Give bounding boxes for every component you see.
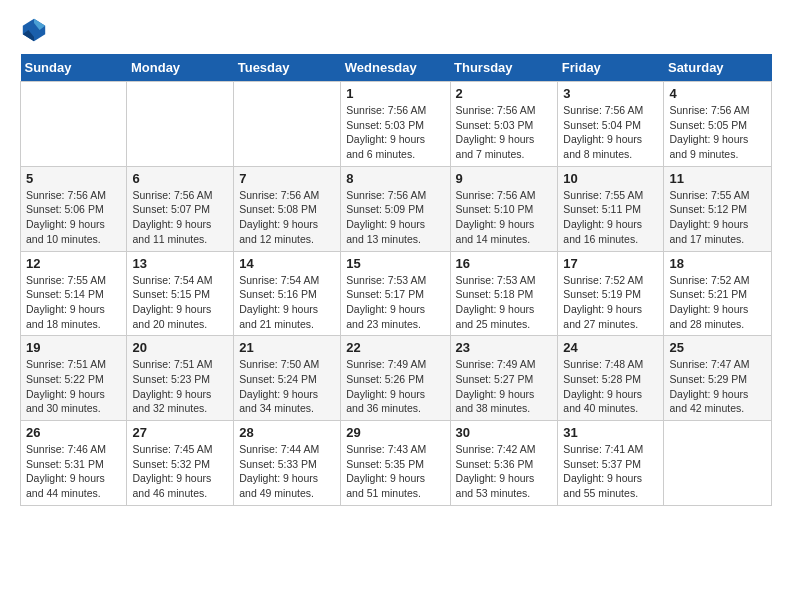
day-number: 25 bbox=[669, 340, 766, 355]
day-cell: 18Sunrise: 7:52 AM Sunset: 5:21 PM Dayli… bbox=[664, 251, 772, 336]
header-cell-saturday: Saturday bbox=[664, 54, 772, 82]
day-info: Sunrise: 7:56 AM Sunset: 5:09 PM Dayligh… bbox=[346, 188, 444, 247]
day-number: 31 bbox=[563, 425, 658, 440]
page: SundayMondayTuesdayWednesdayThursdayFrid… bbox=[0, 0, 792, 516]
day-cell: 21Sunrise: 7:50 AM Sunset: 5:24 PM Dayli… bbox=[234, 336, 341, 421]
day-cell: 19Sunrise: 7:51 AM Sunset: 5:22 PM Dayli… bbox=[21, 336, 127, 421]
day-number: 13 bbox=[132, 256, 228, 271]
day-info: Sunrise: 7:56 AM Sunset: 5:04 PM Dayligh… bbox=[563, 103, 658, 162]
day-number: 19 bbox=[26, 340, 121, 355]
day-info: Sunrise: 7:50 AM Sunset: 5:24 PM Dayligh… bbox=[239, 357, 335, 416]
day-cell bbox=[127, 82, 234, 167]
day-info: Sunrise: 7:48 AM Sunset: 5:28 PM Dayligh… bbox=[563, 357, 658, 416]
day-cell: 14Sunrise: 7:54 AM Sunset: 5:16 PM Dayli… bbox=[234, 251, 341, 336]
day-cell: 7Sunrise: 7:56 AM Sunset: 5:08 PM Daylig… bbox=[234, 166, 341, 251]
day-cell: 20Sunrise: 7:51 AM Sunset: 5:23 PM Dayli… bbox=[127, 336, 234, 421]
day-cell: 22Sunrise: 7:49 AM Sunset: 5:26 PM Dayli… bbox=[341, 336, 450, 421]
header bbox=[20, 16, 772, 44]
calendar-header: SundayMondayTuesdayWednesdayThursdayFrid… bbox=[21, 54, 772, 82]
day-cell bbox=[234, 82, 341, 167]
week-row-1: 1Sunrise: 7:56 AM Sunset: 5:03 PM Daylig… bbox=[21, 82, 772, 167]
day-cell: 16Sunrise: 7:53 AM Sunset: 5:18 PM Dayli… bbox=[450, 251, 558, 336]
day-number: 1 bbox=[346, 86, 444, 101]
logo-icon bbox=[20, 16, 48, 44]
day-number: 4 bbox=[669, 86, 766, 101]
day-info: Sunrise: 7:56 AM Sunset: 5:05 PM Dayligh… bbox=[669, 103, 766, 162]
header-cell-sunday: Sunday bbox=[21, 54, 127, 82]
day-number: 7 bbox=[239, 171, 335, 186]
day-info: Sunrise: 7:56 AM Sunset: 5:10 PM Dayligh… bbox=[456, 188, 553, 247]
day-cell: 17Sunrise: 7:52 AM Sunset: 5:19 PM Dayli… bbox=[558, 251, 664, 336]
day-cell: 31Sunrise: 7:41 AM Sunset: 5:37 PM Dayli… bbox=[558, 421, 664, 506]
day-cell: 10Sunrise: 7:55 AM Sunset: 5:11 PM Dayli… bbox=[558, 166, 664, 251]
day-info: Sunrise: 7:51 AM Sunset: 5:23 PM Dayligh… bbox=[132, 357, 228, 416]
day-cell bbox=[21, 82, 127, 167]
day-cell: 13Sunrise: 7:54 AM Sunset: 5:15 PM Dayli… bbox=[127, 251, 234, 336]
day-info: Sunrise: 7:52 AM Sunset: 5:21 PM Dayligh… bbox=[669, 273, 766, 332]
header-row: SundayMondayTuesdayWednesdayThursdayFrid… bbox=[21, 54, 772, 82]
day-info: Sunrise: 7:54 AM Sunset: 5:15 PM Dayligh… bbox=[132, 273, 228, 332]
header-cell-thursday: Thursday bbox=[450, 54, 558, 82]
day-number: 27 bbox=[132, 425, 228, 440]
header-cell-tuesday: Tuesday bbox=[234, 54, 341, 82]
day-cell: 2Sunrise: 7:56 AM Sunset: 5:03 PM Daylig… bbox=[450, 82, 558, 167]
day-number: 23 bbox=[456, 340, 553, 355]
day-info: Sunrise: 7:53 AM Sunset: 5:17 PM Dayligh… bbox=[346, 273, 444, 332]
day-cell: 3Sunrise: 7:56 AM Sunset: 5:04 PM Daylig… bbox=[558, 82, 664, 167]
day-info: Sunrise: 7:55 AM Sunset: 5:11 PM Dayligh… bbox=[563, 188, 658, 247]
day-cell: 30Sunrise: 7:42 AM Sunset: 5:36 PM Dayli… bbox=[450, 421, 558, 506]
week-row-2: 5Sunrise: 7:56 AM Sunset: 5:06 PM Daylig… bbox=[21, 166, 772, 251]
day-cell: 27Sunrise: 7:45 AM Sunset: 5:32 PM Dayli… bbox=[127, 421, 234, 506]
day-info: Sunrise: 7:56 AM Sunset: 5:08 PM Dayligh… bbox=[239, 188, 335, 247]
day-cell: 28Sunrise: 7:44 AM Sunset: 5:33 PM Dayli… bbox=[234, 421, 341, 506]
day-number: 6 bbox=[132, 171, 228, 186]
day-number: 21 bbox=[239, 340, 335, 355]
day-cell: 4Sunrise: 7:56 AM Sunset: 5:05 PM Daylig… bbox=[664, 82, 772, 167]
day-number: 12 bbox=[26, 256, 121, 271]
week-row-3: 12Sunrise: 7:55 AM Sunset: 5:14 PM Dayli… bbox=[21, 251, 772, 336]
day-info: Sunrise: 7:43 AM Sunset: 5:35 PM Dayligh… bbox=[346, 442, 444, 501]
day-number: 14 bbox=[239, 256, 335, 271]
day-info: Sunrise: 7:47 AM Sunset: 5:29 PM Dayligh… bbox=[669, 357, 766, 416]
day-number: 15 bbox=[346, 256, 444, 271]
day-number: 29 bbox=[346, 425, 444, 440]
day-info: Sunrise: 7:49 AM Sunset: 5:27 PM Dayligh… bbox=[456, 357, 553, 416]
day-info: Sunrise: 7:56 AM Sunset: 5:03 PM Dayligh… bbox=[456, 103, 553, 162]
day-number: 30 bbox=[456, 425, 553, 440]
day-info: Sunrise: 7:51 AM Sunset: 5:22 PM Dayligh… bbox=[26, 357, 121, 416]
day-info: Sunrise: 7:45 AM Sunset: 5:32 PM Dayligh… bbox=[132, 442, 228, 501]
header-cell-monday: Monday bbox=[127, 54, 234, 82]
day-number: 9 bbox=[456, 171, 553, 186]
day-cell: 15Sunrise: 7:53 AM Sunset: 5:17 PM Dayli… bbox=[341, 251, 450, 336]
day-number: 5 bbox=[26, 171, 121, 186]
day-info: Sunrise: 7:41 AM Sunset: 5:37 PM Dayligh… bbox=[563, 442, 658, 501]
week-row-4: 19Sunrise: 7:51 AM Sunset: 5:22 PM Dayli… bbox=[21, 336, 772, 421]
day-cell: 1Sunrise: 7:56 AM Sunset: 5:03 PM Daylig… bbox=[341, 82, 450, 167]
day-info: Sunrise: 7:56 AM Sunset: 5:07 PM Dayligh… bbox=[132, 188, 228, 247]
day-info: Sunrise: 7:53 AM Sunset: 5:18 PM Dayligh… bbox=[456, 273, 553, 332]
day-number: 20 bbox=[132, 340, 228, 355]
day-info: Sunrise: 7:42 AM Sunset: 5:36 PM Dayligh… bbox=[456, 442, 553, 501]
day-number: 18 bbox=[669, 256, 766, 271]
day-info: Sunrise: 7:56 AM Sunset: 5:06 PM Dayligh… bbox=[26, 188, 121, 247]
day-info: Sunrise: 7:44 AM Sunset: 5:33 PM Dayligh… bbox=[239, 442, 335, 501]
day-cell: 12Sunrise: 7:55 AM Sunset: 5:14 PM Dayli… bbox=[21, 251, 127, 336]
day-number: 28 bbox=[239, 425, 335, 440]
day-cell: 26Sunrise: 7:46 AM Sunset: 5:31 PM Dayli… bbox=[21, 421, 127, 506]
logo bbox=[20, 16, 50, 44]
day-number: 3 bbox=[563, 86, 658, 101]
day-number: 8 bbox=[346, 171, 444, 186]
day-info: Sunrise: 7:49 AM Sunset: 5:26 PM Dayligh… bbox=[346, 357, 444, 416]
day-number: 26 bbox=[26, 425, 121, 440]
day-number: 17 bbox=[563, 256, 658, 271]
day-cell: 9Sunrise: 7:56 AM Sunset: 5:10 PM Daylig… bbox=[450, 166, 558, 251]
day-cell bbox=[664, 421, 772, 506]
day-info: Sunrise: 7:55 AM Sunset: 5:14 PM Dayligh… bbox=[26, 273, 121, 332]
day-cell: 25Sunrise: 7:47 AM Sunset: 5:29 PM Dayli… bbox=[664, 336, 772, 421]
day-cell: 8Sunrise: 7:56 AM Sunset: 5:09 PM Daylig… bbox=[341, 166, 450, 251]
header-cell-friday: Friday bbox=[558, 54, 664, 82]
day-number: 22 bbox=[346, 340, 444, 355]
day-number: 2 bbox=[456, 86, 553, 101]
header-cell-wednesday: Wednesday bbox=[341, 54, 450, 82]
day-number: 10 bbox=[563, 171, 658, 186]
